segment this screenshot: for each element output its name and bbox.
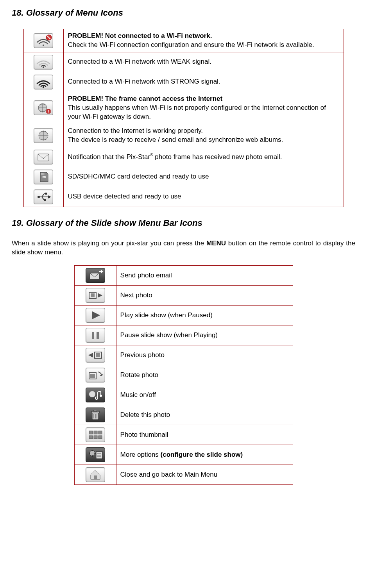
sd-card-icon: SD [34, 170, 53, 184]
svg-rect-50 [94, 475, 97, 479]
table-row: Previous photo [74, 345, 293, 365]
section-19-intro: When a slide show is playing on your pix… [12, 239, 355, 257]
row-bold: PROBLEM! Not connected to a Wi-Fi networ… [68, 32, 212, 39]
table-row: More options (configure the slide show) [74, 445, 293, 465]
svg-rect-16 [45, 193, 47, 195]
svg-rect-20 [91, 293, 95, 297]
play-icon [86, 308, 105, 323]
more-options-icon [86, 447, 105, 462]
row-text-post: photo frame has received new photo email… [153, 153, 282, 160]
svg-point-28 [100, 395, 102, 397]
table-row: Notification that the Pix-Star® photo fr… [23, 147, 344, 167]
svg-rect-31 [94, 410, 97, 411]
svg-point-4 [43, 86, 44, 88]
svg-rect-38 [89, 436, 93, 439]
music-toggle-icon [86, 388, 105, 402]
row-text: Check the Wi-Fi connection configuration… [68, 41, 314, 48]
row-text: This usually happens when Wi-Fi is not p… [68, 104, 326, 120]
wifi-weak-icon [34, 55, 53, 70]
slideshow-icons-table: Send photo email Next photo Play slide s… [74, 265, 293, 485]
row-text: Photo thumbnail [116, 425, 293, 445]
table-row: Play slide show (when Paused) [74, 306, 293, 325]
section-18-heading: 18. Glossary of Menu Icons [12, 8, 355, 18]
svg-rect-37 [98, 431, 102, 434]
thumbnail-icon [86, 427, 105, 442]
rotate-photo-icon [86, 368, 105, 382]
svg-point-0 [43, 45, 44, 46]
svg-rect-26 [90, 374, 95, 378]
table-row: Delete this photo [74, 405, 293, 425]
table-row: ! PROBLEM! The frame cannot access the I… [23, 92, 344, 124]
wifi-problem-icon [34, 33, 53, 48]
row-text: Connected to a Wi-Fi network with WEAK s… [64, 52, 344, 72]
row-bold-b: (configure the slide show) [161, 451, 243, 458]
table-row: Send photo email [74, 266, 293, 286]
row-text-b: The device is ready to receive / send em… [68, 136, 283, 143]
registered-mark: ® [150, 153, 153, 157]
table-row: Next photo [74, 286, 293, 306]
svg-point-41 [90, 450, 95, 456]
table-row: Connection to the Internet is working pr… [23, 124, 344, 147]
row-text: Play slide show (when Paused) [116, 306, 293, 325]
row-text: Next photo [116, 286, 293, 306]
svg-text:SD: SD [43, 176, 47, 179]
pause-icon [86, 328, 105, 343]
row-text: Previous photo [116, 345, 293, 365]
table-row: Music on/off [74, 385, 293, 405]
table-row: PROBLEM! Not connected to a Wi-Fi networ… [23, 29, 344, 52]
delete-photo-icon [86, 407, 105, 422]
svg-rect-39 [94, 436, 97, 439]
table-row: Connected to a Wi-Fi network with WEAK s… [23, 52, 344, 72]
row-text-pre: Notification that the Pix-Star [68, 153, 150, 160]
send-photo-email-icon [86, 268, 105, 283]
row-text: SD/SDHC/MMC card detected and ready to u… [64, 167, 344, 187]
row-text: Send photo email [116, 266, 293, 286]
table-row: USB device detected and ready to use [23, 187, 344, 207]
wifi-strong-icon [34, 75, 53, 89]
row-text: USB device detected and ready to use [64, 187, 344, 207]
previous-photo-icon [86, 348, 105, 363]
svg-rect-40 [98, 436, 102, 439]
row-text-a: Connection to the Internet is working pr… [68, 127, 203, 134]
svg-rect-36 [94, 431, 97, 434]
table-row: Rotate photo [74, 365, 293, 385]
svg-rect-9 [38, 154, 49, 161]
table-row: Pause slide show (when Playing) [74, 325, 293, 345]
svg-point-3 [43, 66, 44, 68]
row-text-a: More options [120, 451, 161, 458]
svg-rect-30 [91, 411, 99, 413]
internet-problem-icon: ! [34, 100, 53, 115]
email-notification-icon [34, 150, 53, 164]
table-row: SD SD/SDHC/MMC card detected and ready t… [23, 167, 344, 187]
row-text: Pause slide show (when Playing) [116, 325, 293, 345]
table-row: Connected to a Wi-Fi network with STRONG… [23, 72, 344, 92]
table-row: Photo thumbnail [74, 425, 293, 445]
svg-point-27 [89, 391, 95, 397]
home-icon [86, 467, 105, 482]
internet-ok-icon [34, 128, 53, 143]
svg-rect-22 [97, 332, 99, 339]
svg-rect-35 [89, 431, 93, 434]
svg-rect-21 [92, 332, 94, 339]
row-text: Music on/off [116, 385, 293, 405]
svg-text:!: ! [48, 109, 49, 113]
row-text: Rotate photo [116, 365, 293, 385]
svg-rect-24 [96, 353, 100, 357]
row-text: Close and go back to Main Menu [116, 465, 293, 485]
row-text: Delete this photo [116, 405, 293, 425]
svg-point-17 [44, 199, 46, 201]
usb-icon [34, 189, 53, 204]
section-19-heading: 19. Glossary of the Slide show Menu Bar … [12, 218, 355, 228]
menu-icons-table: PROBLEM! Not connected to a Wi-Fi networ… [23, 29, 344, 207]
table-row: Close and go back to Main Menu [74, 465, 293, 485]
row-text: Connected to a Wi-Fi network with STRONG… [64, 72, 344, 92]
next-photo-icon [86, 288, 105, 303]
row-bold: PROBLEM! The frame cannot access the Int… [68, 95, 222, 102]
